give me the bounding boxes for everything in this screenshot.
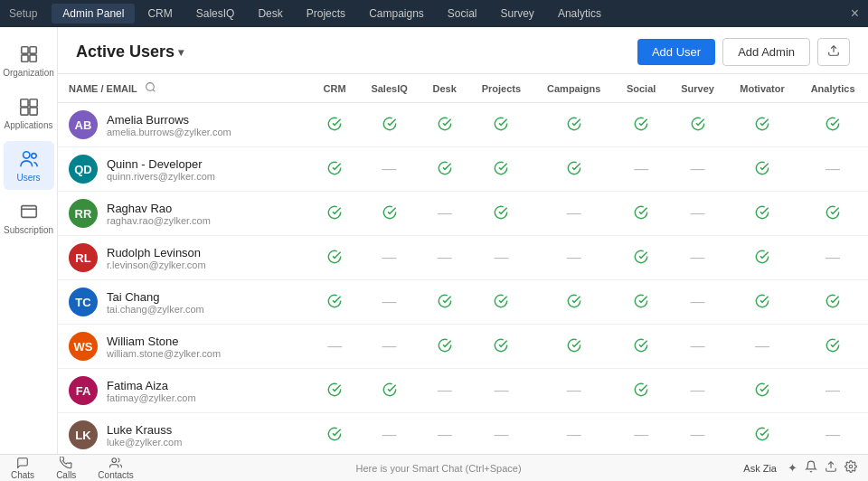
notifications-icon[interactable] <box>805 460 817 476</box>
user-name: Quinn - Developer <box>107 157 215 171</box>
user-email: tai.chang@zylker.com <box>107 304 204 315</box>
settings-icon[interactable] <box>844 460 857 476</box>
sidebar-item-subscription[interactable]: Subscription <box>4 193 54 242</box>
apps-icon <box>18 96 40 118</box>
user-name-cell[interactable]: FA Fatima Aiza fatimay@zylker.com <box>58 369 311 413</box>
cell-salesiq: — <box>358 280 420 325</box>
user-name: Tai Chang <box>107 290 204 304</box>
sidebar-label-applications: Applications <box>5 120 53 130</box>
avatar: QD <box>69 155 98 184</box>
nav-item-salesiq[interactable]: SalesIQ <box>185 4 246 24</box>
search-icon[interactable] <box>145 81 156 95</box>
user-name-cell[interactable]: TC Tai Chang tai.chang@zylker.com <box>58 280 311 325</box>
cell-campaigns <box>533 325 614 369</box>
sidebar: Organization Applications <box>0 27 58 454</box>
cell-social <box>614 369 668 413</box>
col-projects: Projects <box>468 74 533 103</box>
users-table: NAME / EMAIL CRM SalesIQ Desk Projects C… <box>58 74 868 454</box>
title-dropdown-arrow[interactable]: ▾ <box>178 46 184 59</box>
sidebar-label-users: Users <box>16 173 40 183</box>
col-salesiq: SalesIQ <box>358 74 420 103</box>
table-row: RR Raghav Rao raghav.rao@zylker.com ——— <box>58 192 868 236</box>
cell-motivator <box>727 413 797 455</box>
cell-salesiq <box>358 369 420 413</box>
nav-item-campaigns[interactable]: Campaigns <box>358 4 435 24</box>
cell-analytics: — <box>797 236 868 280</box>
cell-salesiq: — <box>358 236 420 280</box>
nav-item-desk[interactable]: Desk <box>247 4 293 24</box>
user-name-cell[interactable]: WS William Stone william.stone@zylker.co… <box>58 325 311 369</box>
add-admin-button[interactable]: Add Admin <box>722 38 810 66</box>
avatar: RL <box>69 243 98 272</box>
table-row: AB Amelia Burrows amelia.burrows@zylker.… <box>58 103 868 147</box>
user-name-cell[interactable]: LK Luke Krauss luke@zylker.com <box>58 413 311 455</box>
cell-social <box>614 192 668 236</box>
ask-zia-button[interactable]: Ask Zia <box>743 463 777 474</box>
nav-item-analytics[interactable]: Analytics <box>547 4 612 24</box>
cell-projects: — <box>468 236 533 280</box>
svg-line-13 <box>153 90 155 91</box>
export-button[interactable] <box>817 38 850 66</box>
user-name-cell[interactable]: QD Quinn - Developer quinn.rivers@zylker… <box>58 147 311 192</box>
nav-item-projects[interactable]: Projects <box>296 4 356 24</box>
cell-salesiq <box>358 103 420 147</box>
cell-survey: — <box>668 325 727 369</box>
cell-crm <box>311 369 358 413</box>
upload-icon[interactable] <box>825 460 837 476</box>
svg-rect-4 <box>20 99 27 107</box>
sidebar-item-organization[interactable]: Organization <box>4 36 54 85</box>
user-email: quinn.rivers@zylker.com <box>107 171 215 182</box>
cell-desk <box>420 325 469 369</box>
svg-point-9 <box>31 154 36 159</box>
cell-projects <box>468 103 533 147</box>
export-icon <box>827 44 840 57</box>
sidebar-item-users[interactable]: Users <box>4 141 54 190</box>
svg-point-16 <box>849 465 853 468</box>
cell-salesiq: — <box>358 147 420 192</box>
user-name-cell[interactable]: RR Raghav Rao raghav.rao@zylker.com <box>58 192 311 236</box>
bottom-chats[interactable]: Chats <box>11 457 34 480</box>
svg-point-14 <box>112 457 117 462</box>
add-user-button[interactable]: Add User <box>637 39 715 65</box>
cell-campaigns: — <box>533 369 614 413</box>
cell-projects <box>468 147 533 192</box>
cell-motivator <box>727 192 797 236</box>
svg-rect-5 <box>29 99 36 107</box>
table-row: QD Quinn - Developer quinn.rivers@zylker… <box>58 147 868 192</box>
nav-item-adminpanel[interactable]: Admin Panel <box>52 4 135 24</box>
bottom-calls[interactable]: Calls <box>56 457 76 480</box>
cell-social <box>614 280 668 325</box>
nav-item-survey[interactable]: Survey <box>490 4 545 24</box>
cell-desk: — <box>420 192 469 236</box>
svg-rect-6 <box>20 108 27 115</box>
avatar: LK <box>69 420 98 449</box>
bottom-contacts[interactable]: Contacts <box>98 457 133 480</box>
cell-motivator <box>727 280 797 325</box>
cell-analytics: — <box>797 413 868 455</box>
cell-projects <box>468 280 533 325</box>
user-name-cell[interactable]: RL Rudolph Levinson r.levinson@zylker.co… <box>58 236 311 280</box>
svg-point-8 <box>23 152 29 158</box>
cell-survey <box>668 103 727 147</box>
cell-crm <box>311 280 358 325</box>
col-survey: Survey <box>668 74 727 103</box>
setup-label[interactable]: Setup <box>9 7 37 20</box>
top-nav: Setup Admin Panel CRM SalesIQ Desk Proje… <box>0 0 868 27</box>
nav-item-social[interactable]: Social <box>437 4 488 24</box>
user-name: Raghav Rao <box>107 202 211 215</box>
cell-survey: — <box>668 192 727 236</box>
cell-projects <box>468 325 533 369</box>
sidebar-item-applications[interactable]: Applications <box>4 89 54 137</box>
cell-analytics <box>797 280 868 325</box>
cell-motivator <box>727 147 797 192</box>
org-icon <box>18 43 40 65</box>
cell-crm <box>311 236 358 280</box>
col-motivator: Motivator <box>727 74 797 103</box>
close-button[interactable]: × <box>851 5 859 22</box>
user-info: Luke Krauss luke@zylker.com <box>107 423 182 448</box>
cell-survey: — <box>668 413 727 455</box>
nav-item-crm[interactable]: CRM <box>137 4 183 24</box>
user-name-cell[interactable]: AB Amelia Burrows amelia.burrows@zylker.… <box>58 103 311 147</box>
table-row: FA Fatima Aiza fatimay@zylker.com ————— <box>58 369 868 413</box>
cell-campaigns: — <box>533 192 614 236</box>
